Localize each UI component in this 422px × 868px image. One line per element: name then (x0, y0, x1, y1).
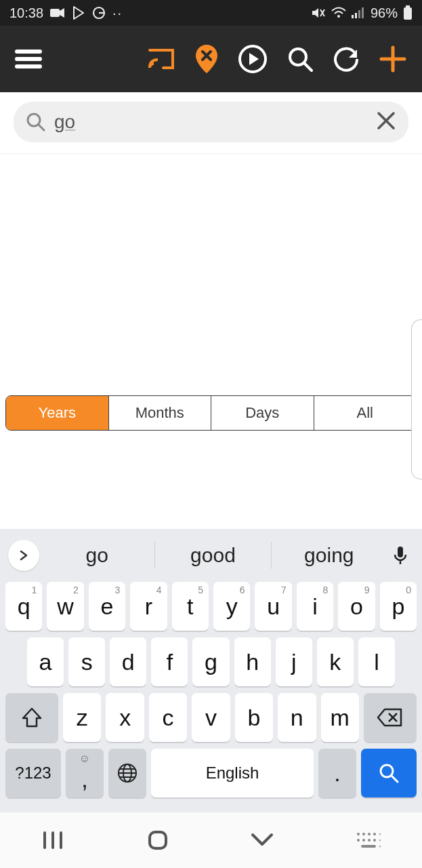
system-nav-bar (0, 812, 422, 868)
key-c[interactable]: c (149, 693, 187, 742)
google-icon (92, 6, 106, 20)
svg-point-47 (379, 846, 381, 848)
key-q[interactable]: q1 (5, 582, 42, 631)
suggestion-2[interactable]: good (161, 544, 265, 567)
svg-point-41 (357, 839, 360, 842)
svg-point-39 (373, 833, 376, 835)
key-u[interactable]: u7 (255, 582, 291, 631)
key-z[interactable]: z (63, 693, 101, 742)
svg-rect-5 (358, 10, 360, 18)
key-a[interactable]: a (27, 637, 64, 686)
svg-point-42 (362, 839, 365, 842)
key-e[interactable]: e3 (89, 582, 125, 631)
key-p[interactable]: p0 (380, 582, 417, 631)
search-icon (26, 112, 46, 132)
mic-button[interactable] (387, 545, 414, 566)
space-key[interactable]: English (151, 749, 314, 797)
clear-search-button[interactable] (376, 111, 396, 134)
shift-key[interactable] (5, 693, 58, 742)
key-h[interactable]: h (234, 637, 271, 686)
svg-rect-21 (398, 547, 403, 557)
globe-icon (117, 762, 138, 784)
suggestion-bar: go good going (0, 529, 422, 582)
side-drawer-handle[interactable] (411, 319, 422, 479)
key-s[interactable]: s (68, 637, 105, 686)
cast-button[interactable] (147, 47, 175, 71)
segment-years[interactable]: Years (6, 396, 109, 430)
battery-percent: 96% (371, 5, 398, 21)
emoji-icon: ☺ (79, 753, 90, 765)
svg-point-36 (357, 833, 360, 835)
keyboard-row-2: a s d f g h j k l (5, 637, 417, 686)
shift-icon (20, 706, 43, 729)
svg-point-44 (373, 839, 376, 842)
search-button[interactable] (287, 45, 314, 73)
play-circle-button[interactable] (238, 44, 268, 74)
svg-line-18 (39, 125, 44, 130)
video-icon (50, 7, 65, 18)
content-area: Years Months Days All (0, 154, 422, 508)
svg-point-40 (379, 833, 381, 835)
key-d[interactable]: d (110, 637, 146, 686)
comma-key[interactable]: ☺ , (66, 749, 104, 797)
menu-button[interactable] (15, 48, 42, 70)
refresh-button[interactable] (333, 45, 360, 73)
keyboard-switch-button[interactable] (356, 831, 381, 849)
period-key[interactable]: . (318, 749, 356, 797)
keyboard-row-1: q1 w2 e3 r4 t5 y6 u7 i8 o9 p0 (5, 582, 417, 631)
key-n[interactable]: n (278, 693, 316, 742)
battery-icon (403, 5, 413, 20)
key-x[interactable]: x (106, 693, 144, 742)
key-r[interactable]: r4 (130, 582, 167, 631)
key-y[interactable]: y6 (213, 582, 250, 631)
key-m[interactable]: m (321, 693, 359, 742)
svg-point-37 (362, 833, 365, 835)
key-b[interactable]: b (235, 693, 273, 742)
recents-button[interactable] (41, 830, 65, 850)
key-i[interactable]: i8 (297, 582, 333, 631)
status-time: 10:38 (9, 5, 43, 21)
suggestion-3[interactable]: going (277, 544, 381, 567)
play-store-icon (72, 6, 85, 20)
key-w[interactable]: w2 (47, 582, 83, 631)
svg-line-31 (392, 776, 398, 782)
back-button[interactable] (250, 832, 274, 848)
key-v[interactable]: v (192, 693, 230, 742)
language-key[interactable] (108, 749, 146, 797)
add-button[interactable] (379, 45, 407, 73)
suggestion-1[interactable]: go (45, 544, 149, 567)
search-box[interactable] (14, 102, 408, 142)
svg-rect-7 (406, 5, 410, 7)
segment-days[interactable]: Days (211, 396, 314, 430)
symbols-key[interactable]: ?123 (5, 749, 61, 797)
key-o[interactable]: o9 (338, 582, 375, 631)
svg-rect-3 (352, 15, 354, 18)
app-bar (0, 26, 422, 92)
key-g[interactable]: g (192, 637, 229, 686)
key-f[interactable]: f (151, 637, 188, 686)
svg-point-45 (379, 840, 381, 842)
svg-rect-35 (150, 832, 166, 848)
svg-rect-8 (404, 7, 412, 20)
status-bar: 10:38 ·· 96% (0, 0, 422, 26)
mute-vibrate-icon (311, 6, 326, 20)
location-pin-button[interactable] (194, 43, 219, 75)
svg-rect-11 (15, 64, 42, 68)
search-row (0, 92, 422, 154)
search-input[interactable] (54, 111, 368, 133)
backspace-key[interactable] (364, 693, 417, 742)
key-k[interactable]: k (317, 637, 354, 686)
key-j[interactable]: j (276, 637, 312, 686)
svg-rect-0 (50, 9, 60, 17)
svg-point-43 (368, 839, 371, 842)
search-key[interactable] (361, 749, 417, 797)
home-button[interactable] (146, 829, 169, 852)
key-l[interactable]: l (358, 637, 395, 686)
key-t[interactable]: t5 (172, 582, 209, 631)
time-range-segmented-control: Years Months Days All (5, 395, 417, 431)
expand-suggestions-button[interactable] (8, 540, 39, 571)
keyboard-row-3: z x c v b n m (5, 693, 417, 742)
svg-rect-10 (15, 57, 42, 61)
segment-months[interactable]: Months (109, 396, 212, 430)
segment-all[interactable]: All (314, 396, 417, 430)
